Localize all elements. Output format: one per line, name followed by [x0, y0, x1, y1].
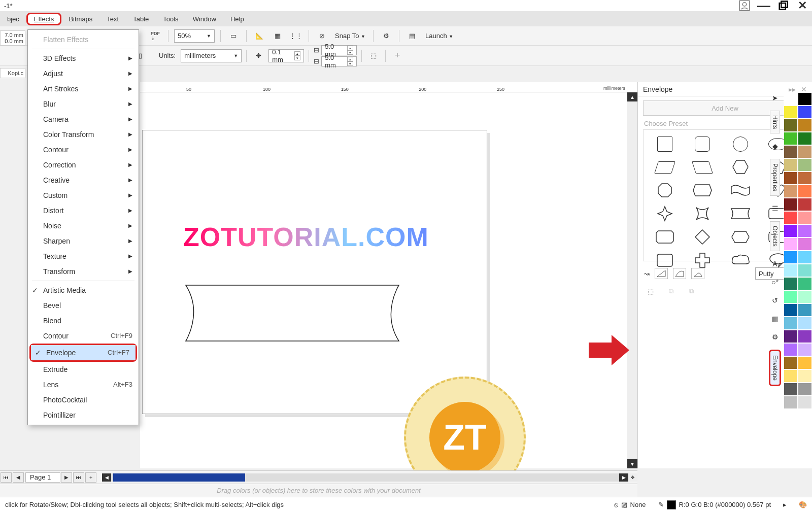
restore-icon[interactable] — [777, 0, 789, 11]
palette-swatch[interactable] — [798, 211, 812, 224]
preset-wavy-rect[interactable] — [730, 184, 751, 198]
preset-bowtie-rect[interactable] — [730, 208, 751, 221]
preset-hexagon[interactable] — [732, 159, 749, 176]
navigator-icon[interactable]: ✥ — [628, 473, 637, 482]
status-menu-icon[interactable]: ▸ — [783, 501, 787, 508]
palette-swatch[interactable] — [798, 330, 812, 343]
add-toolbar-icon[interactable]: + — [390, 49, 404, 63]
preset-circle[interactable] — [733, 136, 748, 152]
menu-tools[interactable]: Tools — [156, 13, 185, 25]
launch-dropdown[interactable]: Launch ▼ — [423, 32, 455, 40]
create-from-icon[interactable]: ⧉ — [685, 286, 698, 297]
palette-swatch[interactable] — [798, 251, 812, 264]
palette-swatch[interactable] — [798, 290, 812, 303]
menu-color-transform[interactable]: Color Transform▶ — [28, 127, 139, 142]
menu-object[interactable]: bjec — [0, 13, 26, 25]
fill-none-icon[interactable]: ⦸ — [614, 501, 618, 509]
palette-swatch[interactable] — [798, 224, 812, 237]
grid-icon[interactable]: ▦ — [270, 29, 285, 43]
menu-art-strokes[interactable]: Art Strokes▶ — [28, 81, 139, 96]
palette-swatch[interactable] — [784, 277, 798, 290]
preset-hexagon-flat[interactable] — [731, 230, 750, 245]
palette-swatch[interactable] — [798, 198, 812, 211]
palette-swatch[interactable] — [798, 303, 812, 317]
straight-line-mode-icon[interactable] — [655, 268, 668, 279]
single-arc-mode-icon[interactable] — [673, 268, 686, 279]
palette-swatch[interactable] — [798, 92, 812, 106]
menu-blur[interactable]: Blur▶ — [28, 96, 139, 112]
menu-envelope[interactable]: ✓EnvelopeCtrl+F7 — [31, 345, 136, 360]
zoom-level[interactable]: 50%▼ — [174, 29, 215, 43]
menu-contour-sub[interactable]: Contour▶ — [28, 142, 139, 157]
palette-swatch[interactable] — [784, 145, 798, 158]
palette-swatch[interactable] — [784, 290, 798, 303]
palette-swatch[interactable] — [784, 343, 798, 356]
align-icon[interactable]: ○* — [770, 277, 780, 288]
palette-swatch[interactable] — [784, 158, 798, 172]
palette-swatch[interactable] — [784, 330, 798, 343]
copy-envelope-icon[interactable]: ⧉ — [664, 286, 678, 297]
palette-swatch[interactable] — [784, 224, 798, 237]
step-icon[interactable]: ↺ — [770, 295, 780, 306]
envelope-shape[interactable] — [183, 283, 401, 344]
treat-as-filled-icon[interactable]: ⬚ — [366, 49, 381, 63]
status-palette-icon[interactable]: 🎨 — [799, 501, 807, 508]
menu-window[interactable]: Window — [186, 13, 223, 25]
palette-swatch[interactable] — [798, 369, 812, 383]
launch-icon[interactable]: ▤ — [405, 29, 419, 43]
palette-swatch[interactable] — [784, 303, 798, 317]
preset-parallelogram-r[interactable] — [692, 161, 713, 174]
guidelines-icon[interactable]: ⋮⋮ — [289, 29, 303, 43]
preset-diamond[interactable] — [694, 229, 710, 247]
palette-swatch[interactable] — [784, 251, 798, 264]
menu-effects[interactable]: Effects — [26, 13, 62, 25]
preset-rounded-square[interactable] — [695, 136, 710, 152]
menu-help[interactable]: Help — [223, 13, 251, 25]
palette-swatch[interactable] — [798, 396, 812, 409]
menu-lens[interactable]: LensAlt+F3 — [28, 377, 139, 392]
snap-to-dropdown[interactable]: Snap To ▼ — [333, 32, 367, 40]
menu-extrude[interactable]: Extrude — [28, 362, 139, 377]
tab-properties[interactable]: Properties — [770, 159, 780, 196]
double-arc-mode-icon[interactable] — [691, 268, 704, 279]
prev-page-icon[interactable]: ◀ — [13, 472, 24, 483]
options-icon[interactable]: ⚙ — [379, 29, 393, 43]
scroll-up-icon[interactable]: ▲ — [627, 92, 637, 101]
horizontal-scrollbar[interactable]: ◀ ▶ ✥ — [102, 473, 637, 482]
last-page-icon[interactable]: ⏭ — [73, 472, 84, 483]
first-page-icon[interactable]: ⏮ — [1, 472, 12, 483]
transform-icon[interactable]: ⚙ — [770, 331, 780, 343]
menu-artistic-media[interactable]: ✓Artistic Media — [28, 283, 139, 298]
palette-swatch[interactable] — [798, 356, 812, 369]
palette-swatch[interactable] — [784, 383, 798, 396]
char-icon[interactable]: A — [771, 258, 779, 269]
palette-swatch[interactable] — [784, 185, 798, 198]
tab-hints[interactable]: Hints — [770, 111, 780, 133]
palette-swatch[interactable] — [784, 237, 798, 251]
page[interactable]: ZOTUTORIAL.COM — [142, 130, 487, 414]
close-icon[interactable]: ✕ — [797, 0, 808, 11]
fill-swatch-icon[interactable]: ▨ — [621, 501, 627, 508]
nudge-distance[interactable]: 0.1 mm▴▾ — [268, 49, 304, 62]
menu-adjust[interactable]: Adjust▶ — [28, 66, 139, 81]
export-pdf-icon[interactable]: PDF⭳ — [148, 29, 162, 43]
palette-swatch[interactable] — [798, 264, 812, 277]
menu-texture[interactable]: Texture▶ — [28, 249, 139, 264]
palette-swatch[interactable] — [784, 211, 798, 224]
palette-swatch[interactable] — [798, 145, 812, 158]
palette-swatch[interactable] — [784, 369, 798, 383]
menu-table[interactable]: Table — [126, 13, 156, 25]
palette-swatch[interactable] — [784, 106, 798, 119]
outline-swatch[interactable] — [667, 500, 676, 509]
palette-swatch[interactable] — [798, 185, 812, 198]
fullscreen-icon[interactable]: ▭ — [226, 29, 241, 43]
preset-square[interactable] — [657, 136, 672, 152]
preset-cloud[interactable] — [730, 254, 751, 268]
preset-notched-rect[interactable] — [656, 253, 673, 269]
palette-swatch[interactable] — [798, 119, 812, 132]
add-page-icon[interactable]: ＋ — [85, 472, 96, 483]
palette-swatch[interactable] — [784, 172, 798, 185]
preset-pinch[interactable] — [694, 206, 710, 223]
palette-swatch[interactable] — [784, 264, 798, 277]
units-select[interactable]: millimeters▼ — [181, 49, 242, 62]
